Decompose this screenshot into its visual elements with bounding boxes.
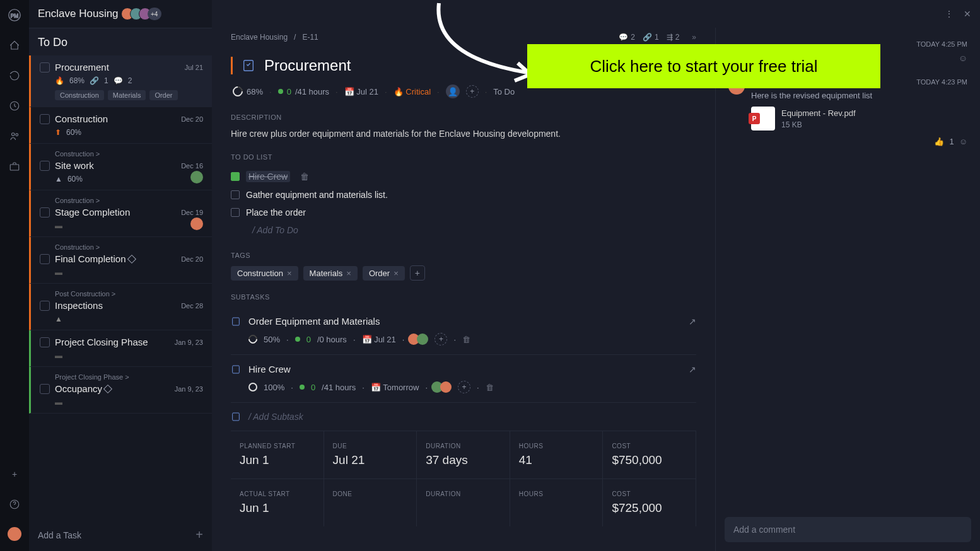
task-title[interactable]: Procurement (264, 57, 351, 74)
assignee-avatar[interactable] (190, 218, 203, 230)
task-card[interactable]: Project Closing Phase Jan 9, 23 ▬ (29, 330, 212, 367)
add-assignee[interactable]: + (435, 333, 447, 345)
svg-rect-5 (10, 165, 19, 170)
fire-icon: 🔥 (55, 76, 64, 85)
add-tag-button[interactable]: + (410, 265, 425, 281)
nav-rail: PM + (0, 0, 29, 551)
task-list-panel: Enclave Housing +4 To Do Procurement Jul… (29, 0, 212, 551)
description[interactable]: Hire crew plus order equipment and mater… (231, 127, 696, 141)
comment-count[interactable]: 💬 2 (619, 33, 635, 42)
task-checkbox[interactable] (40, 161, 50, 171)
tag-chip[interactable]: Construction× (231, 266, 298, 281)
svg-point-3 (12, 133, 15, 136)
avatar-stack[interactable]: +4 (125, 8, 161, 20)
add-task-button[interactable]: Add a Task + (29, 519, 212, 551)
progress[interactable]: 68% (233, 86, 263, 96)
emoji-icon[interactable]: ☺ (959, 53, 967, 63)
subtask-count[interactable]: ⇶ 2 (667, 33, 680, 42)
thumbs-up-icon[interactable]: 👍 (934, 137, 944, 146)
task-checkbox[interactable] (40, 337, 50, 347)
open-subtask-icon[interactable]: ↗ (689, 364, 696, 374)
briefcase-icon[interactable] (7, 159, 22, 174)
comments-panel: TODAY 4:25 PM ☺ Joe Johnson (715, 28, 980, 551)
refresh-icon[interactable] (7, 68, 22, 83)
task-card[interactable]: Construction > Site work Dec 16 ▲60% (29, 144, 212, 190)
home-icon[interactable] (7, 38, 22, 53)
clock-icon[interactable] (7, 98, 22, 113)
add-assignee[interactable]: + (458, 381, 470, 393)
comment-input[interactable]: Add a comment (725, 517, 971, 542)
tag-chip[interactable]: Materials× (303, 266, 358, 281)
add-subtask[interactable]: / Add Subtask (231, 403, 696, 431)
svg-rect-8 (233, 318, 240, 325)
task-card[interactable]: Procurement Jul 21 🔥 68% 🔗1 💬2 Construct… (29, 55, 212, 107)
top-bar: ⋮ ✕ (212, 0, 980, 28)
task-checkbox[interactable] (40, 384, 50, 394)
progress-icon (247, 333, 259, 345)
stats-planned: PLANNED STARTJun 1 DUEJul 21 DURATION37 … (231, 431, 696, 478)
task-checkbox[interactable] (40, 207, 50, 218)
task-card[interactable]: Construction > Final Completion Dec 20 ▬ (29, 237, 212, 284)
task-checkbox[interactable] (40, 301, 50, 311)
subtask-item[interactable]: Hire Crew ↗ 100% · 0/41 hours · 📅 Tomorr… (231, 355, 696, 403)
svg-rect-9 (233, 366, 240, 373)
todo-label: TO DO LIST (231, 153, 696, 161)
plus-icon: + (195, 528, 203, 542)
svg-point-4 (16, 134, 18, 136)
task-card[interactable]: Post Construction > Inspections Dec 28 ▲ (29, 284, 212, 330)
stats-actual: ACTUAL STARTJun 1 DONE DURATION HOURS CO… (231, 478, 696, 526)
task-checkbox[interactable] (40, 62, 50, 72)
link-count[interactable]: 🔗 1 (643, 33, 659, 42)
attachment[interactable]: P Equipment - Rev.pdf 15 KB (751, 107, 967, 130)
todo-item[interactable]: Place the order (231, 204, 696, 221)
task-icon (242, 59, 255, 72)
remove-tag-icon[interactable]: × (394, 269, 399, 278)
add-icon[interactable]: + (7, 467, 22, 482)
todo-item[interactable]: Gather equipment and materials list. (231, 186, 696, 204)
progress-icon (248, 383, 257, 392)
people-icon[interactable] (7, 129, 22, 144)
delete-icon[interactable]: 🗑 (300, 171, 309, 182)
task-card[interactable]: Construction Dec 20 ⬆60% (29, 107, 212, 144)
todo-checkbox[interactable] (231, 190, 240, 199)
todo-item[interactable]: Hire Crew 🗑 (231, 167, 696, 186)
subtask-icon (231, 412, 241, 422)
milestone-icon (127, 255, 136, 264)
task-card[interactable]: Project Closing Phase > Occupancy Jan 9,… (29, 367, 212, 414)
assignee-avatar[interactable] (190, 171, 203, 183)
help-icon[interactable] (7, 497, 22, 512)
up-icon: ▲ (55, 175, 62, 183)
emoji-icon[interactable]: ☺ (959, 137, 967, 146)
svg-text:PM: PM (11, 13, 19, 19)
tags-row: Construction× Materials× Order× + (231, 265, 696, 281)
hours[interactable]: 00/41 hours/41 hours (278, 87, 329, 96)
todo-checkbox[interactable] (231, 172, 240, 181)
logo-icon[interactable]: PM (7, 8, 22, 23)
reactions[interactable]: 👍 1 ☺ (751, 137, 967, 146)
cta-banner[interactable]: Click here to start your free trial (527, 44, 880, 88)
task-checkbox[interactable] (40, 114, 50, 124)
due-date[interactable]: 📅 Jul 21 (344, 87, 378, 96)
svg-rect-10 (233, 413, 240, 420)
tag-chip[interactable]: Order× (363, 266, 405, 281)
subtask-assignees[interactable] (411, 334, 428, 345)
close-icon[interactable]: ✕ (964, 9, 971, 19)
open-subtask-icon[interactable]: ↗ (689, 316, 696, 327)
remove-tag-icon[interactable]: × (287, 269, 292, 278)
milestone-icon (103, 385, 112, 393)
remove-tag-icon[interactable]: × (346, 269, 351, 278)
expand-icon[interactable]: » (692, 33, 696, 42)
subtask-icon (231, 364, 241, 374)
task-card[interactable]: Construction > Stage Completion Dec 19 ▬ (29, 190, 212, 237)
task-checkbox[interactable] (40, 254, 50, 264)
user-avatar[interactable] (8, 527, 21, 541)
delete-icon[interactable]: 🗑 (462, 335, 470, 344)
subtask-item[interactable]: Order Equipment and Materials ↗ 50% · 0/… (231, 307, 696, 355)
more-icon[interactable]: ⋮ (945, 9, 954, 19)
subtask-assignees[interactable] (434, 381, 452, 393)
delete-icon[interactable]: 🗑 (486, 383, 494, 392)
todo-checkbox[interactable] (231, 208, 240, 217)
add-todo[interactable]: / Add To Do (252, 221, 696, 239)
pdf-icon: P (751, 107, 775, 130)
tags-label: TAGS (231, 252, 696, 259)
